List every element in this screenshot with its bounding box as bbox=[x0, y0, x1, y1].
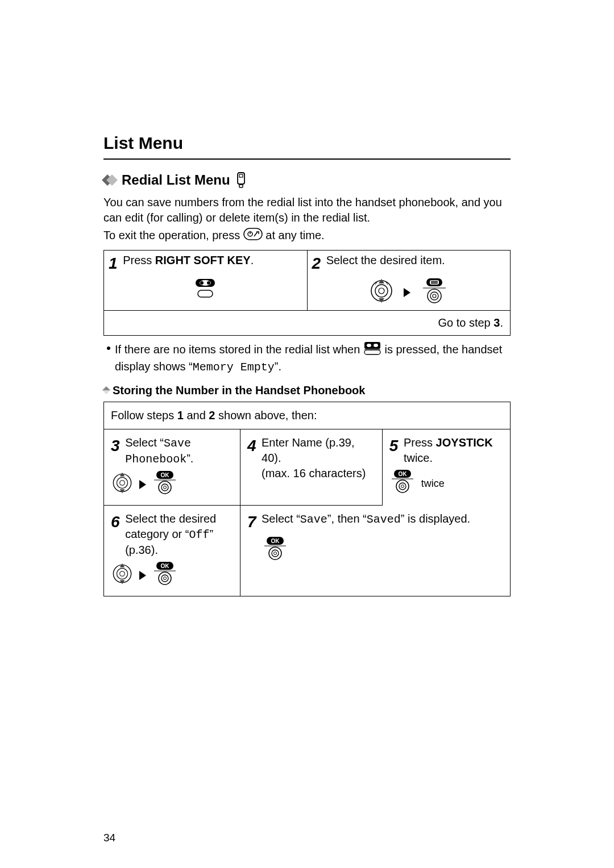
note-bullet: If there are no items stored in the redi… bbox=[107, 341, 511, 375]
ok-over-joystick-icon: OK bbox=[262, 536, 288, 565]
svg-point-51 bbox=[164, 577, 167, 579]
svg-point-11 bbox=[371, 281, 392, 301]
svg-point-22 bbox=[433, 294, 436, 298]
handset-icon bbox=[236, 172, 246, 188]
svg-point-20 bbox=[428, 289, 441, 303]
mini-diamond-icon bbox=[102, 386, 110, 394]
manual-page: List Menu Redial List Menu You can save … bbox=[0, 0, 614, 868]
step-4-cell: 4 Enter Name (p.39, 40). (max. 16 charac… bbox=[240, 429, 383, 506]
step-7-number: 7 bbox=[247, 511, 256, 533]
svg-point-21 bbox=[430, 292, 438, 300]
step-2-text: Select the desired item. bbox=[326, 253, 445, 268]
step-3-number: 3 bbox=[111, 435, 120, 457]
svg-point-57 bbox=[273, 552, 276, 554]
intro-line-2b: at any time. bbox=[265, 229, 324, 241]
svg-point-25 bbox=[374, 344, 378, 347]
step-5-number: 5 bbox=[389, 435, 399, 457]
step-4-text: Enter Name (p.39, 40). (max. 16 characte… bbox=[262, 435, 369, 481]
step-1-graphic bbox=[109, 278, 302, 304]
arrow-right-icon bbox=[404, 288, 410, 297]
svg-point-50 bbox=[161, 575, 168, 582]
step-1-text: Press RIGHT SOFT KEY. bbox=[123, 253, 254, 268]
step-3-text: Select “Save Phonebook”. bbox=[125, 435, 227, 467]
step-6-cell: 6 Select the desired category or “Off” (… bbox=[104, 506, 240, 596]
soft-key-icon bbox=[190, 278, 221, 304]
svg-point-28 bbox=[113, 474, 131, 491]
svg-point-12 bbox=[375, 285, 388, 297]
svg-point-45 bbox=[120, 571, 125, 577]
power-off-key-icon bbox=[243, 228, 263, 244]
step-2-number: 2 bbox=[312, 253, 321, 274]
intro-line-1: You can save numbers from the redial lis… bbox=[103, 195, 511, 226]
svg-point-49 bbox=[159, 572, 171, 585]
svg-point-35 bbox=[161, 484, 168, 491]
steps-1-2-box: 1 Press RIGHT SOFT KEY. bbox=[103, 250, 511, 336]
svg-point-44 bbox=[117, 568, 127, 579]
step-5-graphic: OK twice bbox=[389, 469, 503, 498]
subsection-heading-row: Redial List Menu bbox=[103, 171, 511, 189]
arrow-right-icon bbox=[139, 571, 146, 580]
page-title: List Menu bbox=[103, 132, 511, 155]
svg-text:OK: OK bbox=[271, 538, 280, 544]
svg-point-36 bbox=[164, 486, 167, 489]
joystick-updown-icon bbox=[111, 562, 134, 589]
step-5-cell: 5 Press JOYSTICK twice. OK bbox=[383, 429, 510, 506]
ok-over-joystick-icon: OK bbox=[152, 470, 178, 499]
intro-line-2a: To exit the operation, press bbox=[103, 229, 243, 241]
svg-point-55 bbox=[269, 547, 281, 560]
joystick-updown-icon bbox=[368, 278, 395, 308]
intro-text: You can save numbers from the redial lis… bbox=[103, 195, 511, 244]
step-3-graphic: OK bbox=[111, 470, 233, 499]
svg-text:OK: OK bbox=[161, 563, 170, 569]
step-3-cell: 3 Select “Save Phonebook”. bbox=[104, 429, 240, 506]
twice-label: twice bbox=[421, 477, 445, 490]
svg-point-24 bbox=[367, 344, 371, 347]
step-7-text: Select “Save”, then “Saved” is displayed… bbox=[262, 511, 470, 527]
svg-point-42 bbox=[401, 485, 404, 487]
svg-point-34 bbox=[159, 481, 171, 494]
svg-text:OK: OK bbox=[398, 471, 407, 477]
svg-point-56 bbox=[272, 550, 279, 557]
step-4-number: 4 bbox=[247, 435, 256, 457]
svg-rect-3 bbox=[244, 228, 262, 240]
step-6-text: Select the desired category or “Off” (p.… bbox=[125, 511, 227, 558]
joystick-label: JOYSTICK bbox=[436, 436, 493, 449]
svg-rect-26 bbox=[364, 350, 380, 354]
double-diamond-icon bbox=[103, 176, 116, 184]
step-2-graphic bbox=[312, 278, 506, 308]
step-7-cell: 7 Select “Save”, then “Saved” is display… bbox=[240, 506, 510, 596]
follow-steps-text: Follow steps 1 and 2 shown above, then: bbox=[104, 402, 510, 429]
svg-point-41 bbox=[399, 483, 406, 490]
svg-point-30 bbox=[120, 481, 125, 486]
ok-over-joystick-icon: OK bbox=[152, 561, 178, 590]
right-soft-key-label: RIGHT SOFT KEY bbox=[155, 254, 251, 266]
svg-point-9 bbox=[207, 281, 210, 285]
svg-rect-2 bbox=[239, 185, 243, 187]
note-text: If there are no items stored in the redi… bbox=[115, 341, 511, 375]
intro-line-2: To exit the operation, press at any time… bbox=[103, 228, 511, 244]
svg-point-13 bbox=[379, 288, 384, 294]
step-7-graphic: OK bbox=[262, 536, 503, 565]
memory-empty-text: Memory Empty bbox=[193, 361, 275, 374]
goto-step-number: 3 bbox=[493, 316, 500, 329]
svg-text:OK: OK bbox=[161, 472, 170, 478]
ok-over-joystick-icon: OK bbox=[389, 469, 416, 498]
svg-point-29 bbox=[117, 477, 127, 488]
step-6-graphic: OK bbox=[111, 561, 233, 590]
bullet-icon bbox=[107, 347, 110, 350]
step-5-text: Press JOYSTICK twice. bbox=[404, 435, 497, 466]
goto-footer: Go to step 3. bbox=[104, 310, 510, 335]
svg-rect-10 bbox=[198, 290, 213, 297]
storing-subtitle: Storing the Number in the Handset Phoneb… bbox=[103, 383, 511, 398]
subsection-title: Redial List Menu bbox=[122, 171, 230, 189]
page-number: 34 bbox=[103, 831, 115, 845]
svg-rect-1 bbox=[239, 174, 243, 177]
svg-point-8 bbox=[200, 281, 204, 285]
redial-key-icon bbox=[363, 341, 381, 359]
joystick-updown-icon bbox=[111, 471, 134, 498]
step-1-number: 1 bbox=[109, 253, 118, 274]
step-6-number: 6 bbox=[111, 511, 120, 533]
svg-point-40 bbox=[396, 480, 409, 493]
title-rule bbox=[103, 158, 511, 160]
svg-point-43 bbox=[113, 565, 131, 582]
